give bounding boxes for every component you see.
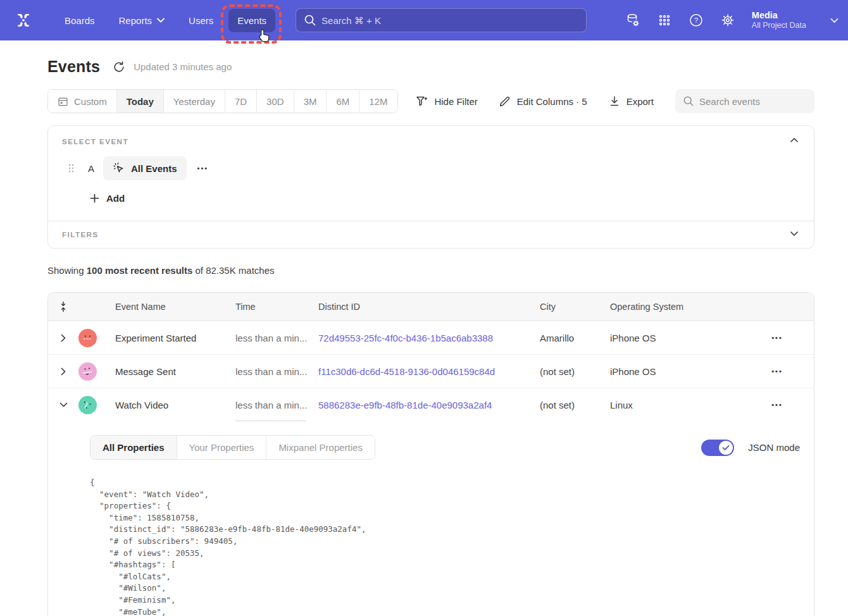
- expand-row-icon[interactable]: [48, 334, 78, 342]
- collapse-row-icon[interactable]: [48, 402, 78, 407]
- date-range-label: Today: [127, 96, 154, 107]
- global-search-input[interactable]: [296, 8, 587, 32]
- help-icon[interactable]: ?: [689, 13, 704, 28]
- filters-section-header[interactable]: FILTERS: [48, 221, 814, 248]
- event-avatar: [78, 329, 97, 347]
- summary-prefix: Showing: [47, 265, 87, 276]
- add-event-button[interactable]: Add: [90, 193, 125, 204]
- row-more-menu[interactable]: •••: [771, 401, 783, 409]
- event-json-content: { "event": "Watch Video", "properties": …: [90, 477, 800, 616]
- table-row: Message Sent less than a min... f11c30d6…: [48, 354, 814, 388]
- cell-os: Linux: [610, 400, 740, 410]
- query-builder-card: SELECT EVENT A: [47, 125, 814, 249]
- nav-item-users[interactable]: Users: [180, 9, 222, 32]
- export-button[interactable]: Export: [609, 95, 654, 107]
- row-more-menu[interactable]: •••: [771, 367, 783, 375]
- date-range-control: Custom Today Yesterday 7D 30D 3M 6M 12M: [47, 89, 398, 113]
- magic-cursor-icon: [113, 162, 125, 175]
- cell-time: less than a min...: [235, 321, 318, 354]
- global-search: [296, 8, 587, 32]
- mixpanel-logo-icon[interactable]: [14, 11, 33, 30]
- date-range-label: 12M: [369, 96, 387, 107]
- date-range-label: 6M: [336, 96, 349, 107]
- page-title: Events: [47, 58, 100, 76]
- nav-item-boards[interactable]: Boards: [56, 9, 104, 32]
- settings-gear-icon[interactable]: [720, 13, 735, 28]
- table-row-expanded: Watch Video less than a min... 5886283e-…: [48, 388, 814, 421]
- cell-distinct-id-link[interactable]: 5886283e-e9fb-48fb-81de-40e9093a2af4: [318, 400, 540, 410]
- updated-timestamp: Updated 3 minutes ago: [134, 61, 232, 72]
- funnel-icon: [416, 95, 428, 107]
- data-management-icon[interactable]: [625, 13, 640, 28]
- apps-grid-icon[interactable]: [657, 13, 672, 28]
- primary-nav: Boards Reports Users Events: [56, 9, 275, 32]
- cursor-hand-icon: [258, 28, 271, 46]
- tab-your-properties[interactable]: Your Properties: [177, 436, 266, 459]
- column-header-time[interactable]: Time: [235, 302, 318, 312]
- tab-label: Mixpanel Properties: [278, 442, 363, 453]
- cell-event-name: Watch Video: [115, 400, 235, 410]
- search-events-input[interactable]: [675, 89, 814, 113]
- tab-all-properties[interactable]: All Properties: [90, 436, 177, 459]
- cell-time: less than a min...: [235, 388, 318, 421]
- hide-filter-button[interactable]: Hide Filter: [416, 95, 477, 107]
- event-chip-label: All Events: [131, 163, 177, 174]
- chevron-down-icon[interactable]: [830, 18, 839, 23]
- event-selector-chip[interactable]: All Events: [103, 156, 187, 180]
- event-avatar: [78, 362, 97, 381]
- date-range-30d[interactable]: 30D: [256, 90, 294, 113]
- expand-section-icon[interactable]: [787, 228, 801, 239]
- nav-item-reports[interactable]: Reports: [110, 9, 174, 32]
- summary-suffix: of 82.35K matches: [192, 265, 274, 276]
- cell-time: less than a min...: [235, 355, 318, 388]
- cell-city: (not set): [540, 400, 610, 410]
- date-range-label: 3M: [304, 96, 317, 107]
- date-range-label: 30D: [266, 96, 284, 107]
- tab-label: All Properties: [103, 442, 165, 453]
- cell-city: Amarillo: [540, 333, 610, 343]
- date-range-6m[interactable]: 6M: [326, 90, 359, 113]
- cell-os: iPhone OS: [610, 333, 740, 343]
- svg-text:?: ?: [694, 16, 698, 24]
- hide-filter-label: Hide Filter: [434, 96, 477, 107]
- plus-icon: [90, 194, 99, 203]
- cell-distinct-id-link[interactable]: 72d49553-25fc-4f0c-b436-1b5ac6ab3388: [318, 333, 540, 343]
- column-header-event-name[interactable]: Event Name: [115, 302, 235, 312]
- search-events: [675, 89, 814, 113]
- date-range-3m[interactable]: 3M: [294, 90, 327, 113]
- check-icon: [722, 445, 730, 451]
- nav-item-label: Reports: [119, 15, 153, 26]
- collapse-all-rows-icon[interactable]: [48, 301, 78, 312]
- project-switcher[interactable]: Media All Project Data: [752, 9, 806, 31]
- results-summary: Showing 100 most recent results of 82.35…: [47, 265, 814, 276]
- date-range-7d[interactable]: 7D: [225, 90, 256, 113]
- edit-columns-button[interactable]: Edit Columns · 5: [499, 95, 587, 107]
- search-icon: [304, 14, 316, 29]
- row-more-menu[interactable]: •••: [771, 334, 783, 342]
- json-mode-toggle[interactable]: [701, 440, 734, 456]
- add-label: Add: [106, 193, 125, 204]
- expand-row-icon[interactable]: [48, 367, 78, 376]
- summary-highlight: 100 most recent results: [87, 265, 193, 276]
- cell-distinct-id-link[interactable]: f11c30d6-dc6d-4518-9136-0d046159c84d: [318, 366, 540, 377]
- json-mode-label: JSON mode: [748, 442, 800, 453]
- drag-handle-icon[interactable]: [68, 163, 74, 173]
- export-label: Export: [627, 96, 654, 107]
- project-scope: All Project Data: [752, 21, 806, 31]
- toggle-knob: [719, 441, 733, 455]
- date-range-yesterday[interactable]: Yesterday: [163, 90, 225, 113]
- tab-mixpanel-properties[interactable]: Mixpanel Properties: [266, 436, 375, 459]
- refresh-icon[interactable]: [113, 61, 125, 73]
- date-range-today[interactable]: Today: [116, 90, 163, 113]
- column-header-distinct-id[interactable]: Distinct ID: [318, 302, 540, 312]
- date-range-12m[interactable]: 12M: [359, 90, 397, 113]
- column-header-city[interactable]: City: [540, 302, 610, 312]
- cell-event-name: Message Sent: [115, 366, 235, 377]
- collapse-section-icon[interactable]: [787, 135, 801, 145]
- cell-os: iPhone OS: [610, 366, 740, 377]
- date-range-custom[interactable]: Custom: [48, 90, 116, 113]
- event-more-menu[interactable]: •••: [197, 164, 209, 172]
- calendar-icon: [58, 96, 68, 107]
- column-header-os[interactable]: Operating System: [610, 302, 740, 312]
- chevron-down-icon: [157, 18, 165, 23]
